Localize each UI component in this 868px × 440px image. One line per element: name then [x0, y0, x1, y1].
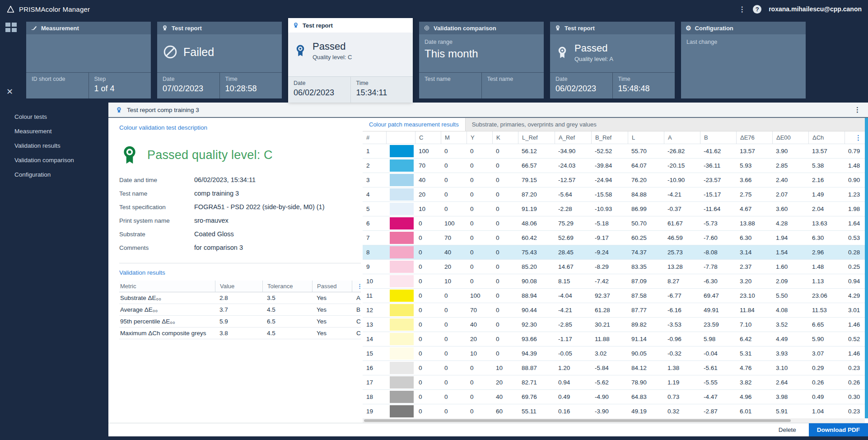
colour-swatch: [390, 376, 414, 389]
value-cell: 48.06: [518, 220, 555, 227]
patch-row[interactable]: 70700060.4252.69-9.1760.2546.59-7.606.30…: [363, 231, 868, 245]
row-index: 9: [363, 263, 386, 270]
validation-results-table: MetricValueTolerancePassed⋮ Substrate ΔE…: [119, 281, 361, 339]
value-cell: 0: [441, 177, 467, 183]
footer-value: 15:48:48: [618, 84, 670, 94]
patch-row[interactable]: 190006055.110.16-3.9049.190.32-2.876.015…: [363, 404, 868, 418]
value-cell: 90.44: [518, 307, 555, 314]
footer-value: 06/02/2023: [555, 84, 607, 94]
swatch-cell: [386, 187, 415, 201]
swatch-cell: [386, 318, 415, 332]
patch-row[interactable]: 80400075.4328.45-9.2474.3725.73-8.083.14…: [363, 245, 868, 260]
footer-label: Time: [356, 80, 408, 86]
value-cell: 2.96: [808, 249, 845, 256]
patch-row[interactable]: 601000048.0675.29-5.1850.7061.67-5.7313.…: [363, 216, 868, 231]
column-header-b: B: [700, 131, 736, 144]
patch-row[interactable]: 110000056.12-34.90-52.5255.70-26.82-41.6…: [363, 144, 868, 159]
patch-row[interactable]: 100100090.088.15-7.4287.098.27-6.303.202…: [363, 274, 868, 289]
value-cell: 60.42: [518, 234, 555, 241]
patch-row[interactable]: 170002082.710.94-5.6278.901.19-5.553.822…: [363, 375, 868, 390]
horizontal-scrollbar-thumb[interactable]: [364, 419, 791, 422]
field-label: Substrate: [119, 231, 187, 238]
horizontal-scrollbar[interactable]: [363, 418, 865, 423]
help-icon[interactable]: ?: [753, 5, 761, 14]
validation-row: Average ΔE₀₀3.74.5YesB: [119, 304, 361, 316]
value-cell: 10: [441, 278, 467, 285]
value-cell: 2.64: [772, 379, 808, 386]
close-icon[interactable]: ✕: [6, 87, 13, 97]
value-cell: 5.38: [808, 162, 845, 169]
sidebar-item-colour-tests[interactable]: Colour tests: [0, 109, 108, 124]
status-text: Passed: [574, 42, 607, 54]
value-cell: -2.87: [700, 408, 736, 415]
download-pdf-button[interactable]: Download PDF: [809, 423, 868, 437]
row-index: 11: [363, 292, 386, 299]
value-cell: 4.49: [772, 336, 808, 342]
value-cell: 14.67: [555, 263, 591, 270]
patch-row[interactable]: 150010094.39-0.053.0290.05-0.32-0.045.31…: [363, 346, 868, 361]
row-index: 19: [363, 408, 386, 415]
tab-substrate-primaries-overprints[interactable]: Substrate, primaries, overprints and gre…: [466, 118, 603, 131]
card-measurement[interactable]: Measurement ID short code Step 1 of 4: [26, 22, 151, 98]
value-cell: 0.49: [808, 393, 845, 400]
card-test-report-passed-a[interactable]: Test report Passed Quality level: A Date…: [550, 22, 675, 98]
value-cell: 0: [441, 191, 467, 198]
patch-row[interactable]: 160001088.871.20-5.8484.121.38-5.614.763…: [363, 361, 868, 375]
sidebar-item-validation-results[interactable]: Validation results: [0, 138, 108, 153]
patch-row[interactable]: 42000087.20-5.64-15.5884.88-4.21-15.172.…: [363, 187, 868, 202]
value-cell: -10.93: [591, 206, 628, 212]
value-cell: 0.94: [555, 379, 591, 386]
card-test-report-failed[interactable]: Test report Failed Date 07/02/2023 Time …: [157, 22, 282, 98]
value-cell: -6.77: [664, 292, 700, 299]
value-cell: -5.62: [591, 379, 628, 386]
patch-row[interactable]: 140020093.66-1.1711.8891.14-0.965.986.42…: [363, 332, 868, 346]
value-cell: -11.64: [700, 206, 736, 212]
colour-swatch: [390, 188, 414, 201]
value-cell: 40: [415, 177, 441, 183]
row-index: 8: [363, 249, 386, 256]
value-cell: 5.50: [772, 292, 808, 299]
value-cell: 0: [492, 307, 518, 314]
tolerance-cell: 3.5: [262, 295, 312, 301]
value-cell: 0: [467, 278, 492, 285]
patch-row[interactable]: 120070090.44-4.2161.2887.77-6.1649.9111.…: [363, 303, 868, 318]
value-cell: 0: [441, 379, 467, 386]
user-email[interactable]: roxana.mihailescu@cpp.canon: [769, 5, 862, 13]
card-configuration[interactable]: ⚙ Configuration Last change: [681, 22, 806, 98]
delete-button[interactable]: Delete: [779, 426, 796, 433]
patch-row[interactable]: 34000079.15-12.57-24.9476.20-10.90-23.57…: [363, 173, 868, 187]
column-header-swatch: [386, 131, 415, 144]
patch-row[interactable]: 180004069.760.49-4.9064.830.73-4.474.963…: [363, 390, 868, 404]
vertical-scrollbar[interactable]: [865, 118, 868, 418]
topbar-overflow-menu-icon[interactable]: ⋮: [738, 5, 746, 14]
sidebar-item-configuration[interactable]: Configuration: [0, 167, 108, 182]
sidebar-item-validation-comparison[interactable]: Validation comparison: [0, 153, 108, 167]
value-cell: 3.98: [772, 393, 808, 400]
value-cell: 82.71: [518, 379, 555, 386]
report-panel: Test report comp training 3 ⋮ Colour val…: [108, 103, 868, 436]
value-cell: 76.20: [628, 177, 664, 183]
dashboard-grid-icon[interactable]: [5, 23, 17, 34]
value-cell: 92.37: [591, 292, 628, 299]
card-validation-comparison[interactable]: Validation comparison Date range This mo…: [419, 22, 544, 98]
patch-table-menu-icon[interactable]: ⋮: [855, 134, 862, 142]
footer-label: Date: [294, 80, 345, 86]
value-cell: -5.55: [700, 379, 736, 386]
report-menu-icon[interactable]: ⋮: [854, 106, 861, 114]
value-cell: 13.88: [736, 220, 772, 227]
patch-row[interactable]: 27000066.57-24.03-39.8464.07-20.15-36.11…: [363, 159, 868, 173]
validation-row: Maximum ΔCh composite greys3.84.5YesC: [119, 328, 361, 339]
patch-row[interactable]: 1100100088.94-4.0492.3787.58-6.7769.4723…: [363, 289, 868, 303]
value-cell: 40: [492, 393, 518, 400]
patch-row[interactable]: 130040092.30-2.8530.2189.82-3.5323.597.1…: [363, 318, 868, 332]
card-footer: Test name Test name: [419, 72, 544, 98]
column-header-k: K: [492, 131, 518, 144]
colour-swatch: [390, 405, 414, 417]
tab-colour-patch-measurement-results[interactable]: Colour patch measurement results: [363, 118, 466, 131]
card-test-report-selected[interactable]: Test report Passed Quality level: C Date…: [288, 18, 413, 103]
patch-row[interactable]: 51000091.19-2.28-10.9386.99-0.37-11.644.…: [363, 202, 868, 216]
field-label: Comments: [119, 244, 187, 251]
sidebar-item-measurement[interactable]: Measurement: [0, 124, 108, 138]
value-cell: 3.02: [591, 350, 628, 357]
patch-row[interactable]: 90200085.2014.67-8.2983.3513.28-7.782.37…: [363, 260, 868, 274]
